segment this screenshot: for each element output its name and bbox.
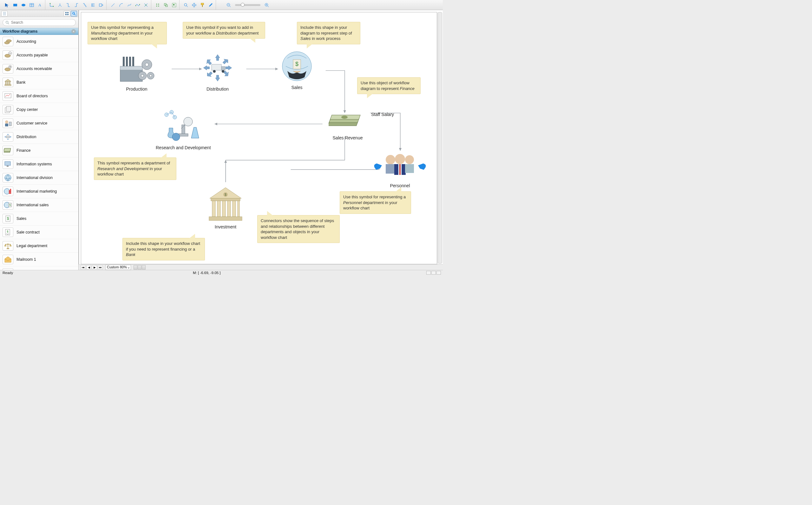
svg-rect-60 [6,136,9,138]
node-revenue[interactable]: Staff Salary Sales Revenue [329,101,367,140]
text-tool[interactable]: A [36,1,44,9]
zoom-slider[interactable] [235,4,260,6]
library-item[interactable]: Bank [0,76,78,89]
coins-plus-icon [3,64,13,73]
sheet-prev[interactable]: ◀ [86,265,91,270]
library-item[interactable]: Accounts payable [0,48,78,62]
svg-line-27 [230,6,231,7]
library-item[interactable]: Finance [0,144,78,157]
curve-tool[interactable] [126,1,133,9]
pointer-tool[interactable] [3,1,11,9]
rect-tool[interactable] [11,1,19,9]
node-personnel[interactable]: Personnel [373,150,427,188]
node-distribution-label: Distribution [199,87,237,92]
canvas-vertical-scrollbar[interactable] [438,12,442,264]
node-sales[interactable]: $ Sales [278,49,316,90]
connector-step-down[interactable] [65,1,72,9]
diagram-canvas[interactable]: Production [81,12,437,264]
sheet-last[interactable]: ⏭ [98,265,103,270]
callout-finance[interactable]: Use this object of workflow diagram to r… [357,77,421,94]
connector-route[interactable] [81,1,89,9]
toolbar-group-snap [152,0,180,10]
callout-personnel[interactable]: Use this symbol for representing a Perso… [340,191,411,214]
spline-tool[interactable] [134,1,141,9]
callout-connectors[interactable]: Connectors show the sequence of steps an… [257,215,340,243]
zoom-level-select[interactable]: Custom 80%⌄ [105,265,131,270]
library-item[interactable]: Information systems [0,157,78,171]
sheet-first[interactable]: ⏮ [81,265,86,270]
library-item[interactable]: Board of directors [0,89,78,103]
connector-l[interactable] [48,1,55,9]
zoom-slider-thumb[interactable] [241,3,245,7]
library-item[interactable]: $Sales [0,212,78,225]
library-item[interactable]: $Sale contract [0,225,78,239]
connector-export[interactable] [97,1,105,9]
zoom-in-button[interactable] [263,1,270,9]
connector-tree[interactable] [89,1,97,9]
zoom-in-tool[interactable] [182,1,190,9]
library-search-input[interactable] [3,19,76,26]
edit-points-tool[interactable] [142,1,150,9]
svg-point-118 [386,155,395,164]
library-header[interactable]: Workflow diagrams × [0,28,78,35]
arc-tool[interactable] [117,1,125,9]
connector-step-up[interactable] [73,1,80,9]
library-item-label: Customer service [16,121,47,126]
eyedropper[interactable] [207,1,214,9]
grid-view-toggle[interactable] [64,11,70,16]
canvas-area: Production [79,10,443,270]
node-rnd[interactable]: Research and Development [156,109,211,150]
library-close-icon[interactable]: × [71,29,76,34]
svg-rect-67 [9,190,10,194]
library-item[interactable]: International division [0,171,78,185]
node-production[interactable]: Production [118,50,156,92]
svg-rect-136 [209,217,242,220]
ellipse-tool[interactable] [20,1,27,9]
callout-rnd[interactable]: This symbol represents a department of R… [94,157,177,180]
svg-point-120 [395,154,405,164]
search-toggle[interactable] [71,11,77,16]
snap-grid[interactable] [154,1,161,9]
library-item[interactable]: $International sales [0,198,78,212]
tree-view-toggle[interactable] [1,11,8,16]
library-item[interactable]: Legal department [0,239,78,253]
svg-point-107 [341,116,348,119]
library-item[interactable]: Distribution [0,130,78,144]
library-item[interactable]: Mailroom 2 [0,267,78,270]
svg-line-22 [187,6,188,7]
snap-obj[interactable] [162,1,170,9]
library-item[interactable]: Accounts receivable [0,62,78,76]
group-tool[interactable] [170,1,178,9]
callout-production[interactable]: Use this symbol for representing a Manuf… [88,22,167,44]
library-item[interactable]: International marketing [0,185,78,198]
node-distribution[interactable]: Distribution [199,50,237,92]
pan-tool[interactable] [190,1,198,9]
library-item[interactable]: Copy center [0,103,78,117]
sheet-next[interactable]: ▶ [92,265,97,270]
line-tool[interactable] [109,1,117,9]
svg-rect-33 [67,12,69,13]
library-item[interactable]: Accounting [0,35,78,48]
svg-line-9 [111,3,115,7]
connector-branch[interactable] [56,1,64,9]
svg-line-31 [268,6,269,7]
svg-rect-123 [399,164,400,175]
svg-rect-18 [165,5,167,7]
callout-sales[interactable]: Include this shape in your diagram to re… [297,22,360,44]
svg-point-92 [145,63,148,66]
node-investment-label: Investment [203,224,248,229]
table-tool[interactable] [28,1,35,9]
split-pane-controls[interactable] [133,265,146,270]
svg-rect-62 [4,148,11,151]
callout-distribution[interactable]: Use this symbol if you want to add in yo… [183,22,265,39]
zoom-out-button[interactable] [225,1,232,9]
svg-rect-17 [164,3,166,5]
library-item[interactable]: Mailroom 1 [0,253,78,267]
library-item[interactable]: Customer service [0,117,78,130]
library-item-label: Mailroom 1 [16,257,36,262]
svg-text:$: $ [7,216,9,221]
callout-bank[interactable]: Include this shape in your workflow char… [122,238,205,261]
paint-format[interactable] [199,1,206,9]
svg-line-37 [75,14,76,15]
node-investment[interactable]: $ Investment [203,185,248,229]
